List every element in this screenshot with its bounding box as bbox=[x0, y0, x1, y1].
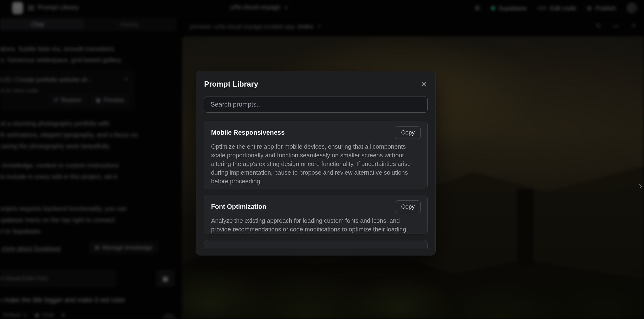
prompt-card-list: Mobile Responsiveness Copy Optimize the … bbox=[204, 121, 428, 248]
search-prompts-input[interactable] bbox=[204, 96, 428, 112]
modal-header: Prompt Library × bbox=[204, 79, 428, 90]
prompt-library-modal: Prompt Library × Mobile Responsiveness C… bbox=[196, 71, 436, 256]
modal-title: Prompt Library bbox=[204, 80, 258, 88]
prompt-card-mobile-responsiveness[interactable]: Mobile Responsiveness Copy Optimize the … bbox=[204, 121, 428, 189]
chevron-right-icon: › bbox=[639, 180, 642, 191]
prompt-card-partial[interactable] bbox=[204, 240, 428, 248]
prompt-card-title: Mobile Responsiveness bbox=[211, 129, 285, 136]
prompt-card-title: Font Optimization bbox=[211, 203, 266, 210]
copy-button[interactable]: Copy bbox=[395, 200, 421, 213]
modal-close-button[interactable]: × bbox=[420, 80, 428, 88]
prompt-card-font-optimization[interactable]: Font Optimization Copy Analyze the exist… bbox=[204, 195, 428, 234]
copy-button[interactable]: Copy bbox=[395, 126, 421, 139]
panel-drag-handle[interactable]: › bbox=[639, 180, 642, 192]
screen: ▤ Prompt Library urfa-cloud-voyage ∨ ⚙ S… bbox=[0, 0, 644, 319]
prompt-card-description: Analyze the existing approach for loadin… bbox=[211, 216, 421, 234]
prompt-card-description: Optimize the entire app for mobile devic… bbox=[211, 142, 421, 186]
